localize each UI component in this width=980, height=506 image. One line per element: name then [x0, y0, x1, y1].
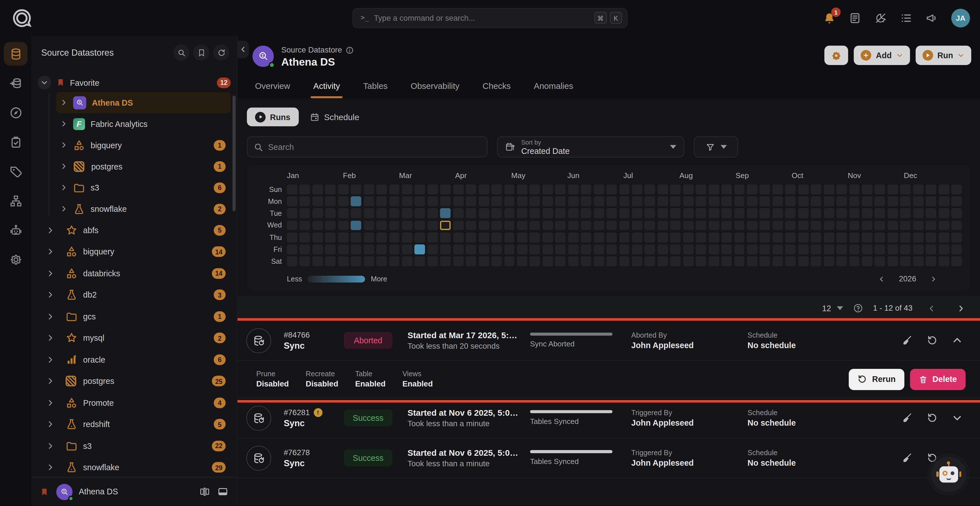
heatmap-cell[interactable]	[377, 232, 387, 242]
sidebar-scrollbar[interactable]	[232, 96, 235, 211]
heatmap-cell[interactable]	[888, 184, 898, 194]
heatmap-cell[interactable]	[632, 245, 643, 255]
heatmap-cell[interactable]	[593, 196, 604, 207]
heatmap-cell[interactable]	[517, 232, 528, 242]
heatmap-cell[interactable]	[479, 256, 489, 266]
heatmap-cell[interactable]	[619, 196, 630, 207]
heatmap-cell[interactable]	[517, 220, 528, 230]
heatmap-cell[interactable]	[926, 232, 936, 242]
heatmap-cell[interactable]	[888, 232, 898, 242]
chevron-right-icon[interactable]	[60, 162, 67, 170]
heatmap-cell[interactable]	[619, 256, 630, 266]
heatmap-cell[interactable]	[747, 220, 757, 230]
sidebar-item-athena-ds[interactable]: Athena DS	[56, 92, 231, 113]
heatmap-cell[interactable]	[351, 208, 361, 218]
heatmap-cell[interactable]	[683, 245, 694, 255]
heatmap-cell[interactable]	[683, 184, 694, 194]
heatmap-cell[interactable]	[773, 196, 783, 207]
heatmap-cell[interactable]	[312, 184, 323, 194]
heatmap-cell[interactable]	[287, 256, 298, 266]
heatmap-cell[interactable]	[900, 184, 911, 194]
heatmap-cell[interactable]	[836, 196, 847, 207]
heatmap-cell[interactable]	[338, 184, 348, 194]
rail-lineage-sitemap-icon[interactable]	[4, 189, 27, 213]
heatmap-cell[interactable]	[734, 256, 745, 266]
heatmap-cell[interactable]	[530, 256, 540, 266]
heatmap-cell[interactable]	[299, 220, 310, 230]
heatmap-cell[interactable]	[632, 232, 643, 242]
heatmap-cell[interactable]	[428, 220, 438, 230]
heatmap-cell[interactable]	[926, 245, 936, 255]
heatmap-cell[interactable]	[862, 208, 872, 218]
heatmap-cell[interactable]	[811, 232, 821, 242]
heatmap-cell[interactable]	[836, 220, 847, 230]
heatmap-cell[interactable]	[760, 256, 770, 266]
sidebar-item-bigquery-fav[interactable]: bigquery 1	[56, 134, 231, 156]
user-avatar[interactable]: JA	[951, 8, 970, 27]
heatmap-cell[interactable]	[377, 220, 387, 230]
command-input[interactable]	[374, 13, 591, 22]
heatmap-cell[interactable]	[798, 220, 808, 230]
heatmap-cell[interactable]	[517, 245, 528, 255]
heatmap-cell[interactable]	[785, 220, 796, 230]
heatmap-cell[interactable]	[542, 245, 553, 255]
heatmap-cell[interactable]	[888, 208, 898, 218]
heatmap-cell[interactable]	[606, 245, 617, 255]
broom-icon[interactable]	[902, 412, 912, 423]
sidebar-item-gcs[interactable]: gcs1	[38, 306, 231, 328]
tab-tables[interactable]: Tables	[363, 81, 388, 98]
chevron-right-icon[interactable]	[60, 99, 67, 106]
chevron-right-icon[interactable]	[46, 334, 54, 342]
heatmap-cell[interactable]	[836, 245, 847, 255]
heatmap-cell[interactable]	[913, 184, 923, 194]
heatmap-cell[interactable]	[811, 256, 821, 266]
heatmap-cell[interactable]	[415, 196, 425, 207]
heatmap-cell[interactable]	[453, 245, 464, 255]
heatmap-cell[interactable]	[606, 220, 617, 230]
heatmap-cell[interactable]	[568, 184, 579, 194]
heatmap-cell[interactable]	[581, 220, 591, 230]
heatmap-cell[interactable]	[466, 245, 476, 255]
heatmap-cell[interactable]	[377, 184, 387, 194]
heatmap-cell[interactable]	[849, 208, 860, 218]
heatmap-cell[interactable]	[926, 208, 936, 218]
heatmap-cell[interactable]	[645, 208, 655, 218]
heatmap-cell[interactable]	[721, 245, 732, 255]
heatmap-cell[interactable]	[542, 220, 553, 230]
tab-anomalies[interactable]: Anomalies	[534, 81, 573, 98]
heatmap-cell[interactable]	[555, 245, 566, 255]
heatmap-cell[interactable]	[299, 184, 310, 194]
sidebar-item-postgres-fav[interactable]: postgres 1	[56, 156, 231, 177]
heatmap-cell[interactable]	[440, 232, 451, 242]
heatmap-cell[interactable]	[619, 232, 630, 242]
heatmap-cell[interactable]	[325, 184, 336, 194]
heatmap-cell[interactable]	[824, 232, 834, 242]
heatmap-cell[interactable]	[593, 184, 604, 194]
heatmap-cell[interactable]	[836, 256, 847, 266]
heatmap-cell[interactable]	[824, 256, 834, 266]
heatmap-cell[interactable]	[798, 256, 808, 266]
heatmap-cell[interactable]	[555, 196, 566, 207]
heatmap-cell[interactable]	[811, 208, 821, 218]
announcements-icon[interactable]	[926, 12, 938, 24]
heatmap-cell[interactable]	[492, 256, 502, 266]
heatmap-cell[interactable]	[709, 184, 719, 194]
heatmap-cell[interactable]	[440, 245, 451, 255]
heatmap-cell[interactable]	[530, 196, 540, 207]
heatmap-cell[interactable]	[657, 232, 668, 242]
rerun-rotate-icon[interactable]	[927, 453, 937, 463]
heatmap-cell[interactable]	[785, 184, 796, 194]
heatmap-cell[interactable]	[466, 256, 476, 266]
heatmap-cell[interactable]	[785, 256, 796, 266]
heatmap-cell[interactable]	[785, 232, 796, 242]
heatmap-cell[interactable]	[504, 256, 515, 266]
heatmap-cell[interactable]	[389, 196, 400, 207]
heatmap-cell[interactable]	[389, 245, 400, 255]
page-size-select[interactable]: 12	[822, 304, 843, 313]
heatmap-cell[interactable]	[555, 184, 566, 194]
heatmap-cell[interactable]	[530, 220, 540, 230]
heatmap-cell[interactable]	[287, 245, 298, 255]
heatmap-cell[interactable]	[504, 196, 515, 207]
heatmap-cell[interactable]	[875, 245, 885, 255]
heatmap-cell[interactable]	[619, 245, 630, 255]
